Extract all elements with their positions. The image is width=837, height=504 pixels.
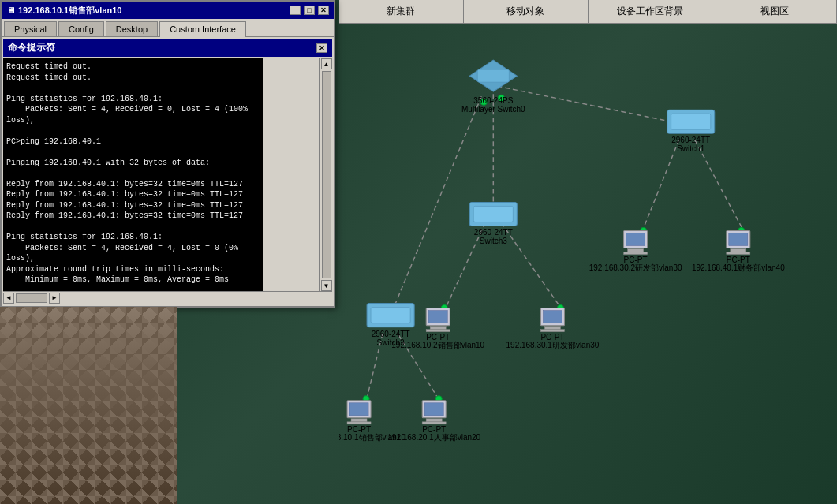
maximize-btn[interactable]: □ <box>304 6 315 15</box>
svg-text:Switch3: Switch3 <box>480 237 507 245</box>
tab-desktop[interactable]: Desktop <box>106 21 158 36</box>
svg-rect-68 <box>426 419 442 422</box>
window-title: 192.168.10.1销售部vlan10 <box>18 5 121 17</box>
close-btn[interactable]: ✕ <box>318 6 329 15</box>
node-pc-vlan20[interactable]: PC-PT 192.168.20.1人事部vlan20 <box>387 401 480 442</box>
svg-text:2960-24TT: 2960-24TT <box>671 136 710 144</box>
svg-text:192.168.30.1研发部vlan30: 192.168.30.1研发部vlan30 <box>506 341 599 349</box>
svg-rect-57 <box>540 330 564 332</box>
tab-custom-interface[interactable]: Custom Interface <box>159 21 246 37</box>
scroll-thumb[interactable] <box>322 71 331 278</box>
svg-rect-49 <box>428 311 447 323</box>
device-window: 🖥 192.168.10.1销售部vlan10 _ □ ✕ Physical C… <box>0 0 335 308</box>
node-pc-vlan40-finance[interactable]: PC-PT 192.168.40.1财务部vlan40 <box>692 230 785 271</box>
svg-rect-43 <box>729 233 748 245</box>
svg-rect-25 <box>671 114 711 129</box>
svg-text:192.168.20.1人事部vlan20: 192.168.20.1人事部vlan20 <box>387 433 480 442</box>
network-canvas[interactable]: 3560-24PS Multilayer Switch0 2960-24TT S… <box>339 0 837 504</box>
svg-text:2960-24TT: 2960-24TT <box>372 330 410 338</box>
svg-text:192.168.10.2销售部vlan10: 192.168.10.2销售部vlan10 <box>391 341 484 349</box>
svg-text:192.168.40.1财务部vlan40: 192.168.40.1财务部vlan40 <box>692 263 785 272</box>
terminal-close-btn[interactable]: ✕ <box>316 43 327 53</box>
terminal-title: 命令提示符 <box>8 41 55 54</box>
svg-rect-61 <box>349 403 368 416</box>
bg-image-content <box>0 307 177 504</box>
svg-rect-50 <box>430 327 446 330</box>
node-pc-vlan30-research2[interactable]: PC-PT 192.168.30.1研发部vlan30 <box>506 308 599 349</box>
tab-bar: Physical Config Desktop Custom Interface <box>2 19 334 37</box>
terminal-scrollbar: ▲ ▼ <box>319 58 332 291</box>
svg-rect-62 <box>351 419 367 422</box>
terminal-container: 命令提示符 ✕ Request timed out. Request timed… <box>2 37 334 305</box>
svg-rect-67 <box>424 403 443 416</box>
hscroll-right-btn[interactable]: ► <box>49 293 60 304</box>
svg-line-3 <box>644 140 679 228</box>
svg-text:Switch1: Switch1 <box>677 144 704 153</box>
scroll-down-btn[interactable]: ▼ <box>321 280 332 291</box>
terminal-hscrollbar: ◄ ► <box>3 291 332 304</box>
terminal-output: Request timed out. Request timed out. Pi… <box>6 62 248 291</box>
svg-text:Multilayer Switch0: Multilayer Switch0 <box>461 105 525 114</box>
svg-rect-51 <box>426 330 450 332</box>
hscroll-left-btn[interactable]: ◄ <box>3 293 14 304</box>
svg-line-0 <box>497 86 690 125</box>
svg-rect-33 <box>371 308 410 323</box>
node-pc-vlan30-research[interactable]: PC-PT 192.168.30.2研发部vlan30 <box>589 230 682 271</box>
node-switch3[interactable]: 2960-24TT Switch3 <box>469 202 517 245</box>
hscroll-thumb[interactable] <box>16 293 47 303</box>
svg-text:192.168.30.2研发部vlan30: 192.168.30.2研发部vlan30 <box>589 263 682 272</box>
svg-rect-63 <box>347 422 371 424</box>
node-switch1[interactable]: 2960-24TT Switch1 <box>667 110 715 153</box>
svg-rect-38 <box>628 248 644 252</box>
titlebar-controls: _ □ ✕ <box>290 6 329 15</box>
window-titlebar: 🖥 192.168.10.1销售部vlan10 _ □ ✕ <box>2 2 334 19</box>
svg-rect-37 <box>626 233 645 245</box>
svg-text:2960-24TT: 2960-24TT <box>474 228 513 237</box>
svg-rect-69 <box>422 422 446 424</box>
window-icon: 🖥 <box>6 6 15 15</box>
tab-config[interactable]: Config <box>58 21 104 36</box>
tab-physical[interactable]: Physical <box>4 21 57 36</box>
svg-rect-29 <box>473 206 513 222</box>
minimize-btn[interactable]: _ <box>290 6 301 15</box>
terminal-header: 命令提示符 ✕ <box>3 39 332 57</box>
svg-text:3560-24PS: 3560-24PS <box>473 96 513 105</box>
svg-line-2 <box>390 96 481 315</box>
svg-rect-55 <box>543 311 562 323</box>
svg-rect-44 <box>731 248 746 252</box>
scroll-up-btn[interactable]: ▲ <box>321 58 332 69</box>
background-image <box>0 307 177 504</box>
svg-rect-39 <box>624 252 648 255</box>
network-svg: 3560-24PS Multilayer Switch0 2960-24TT S… <box>339 0 837 504</box>
svg-rect-45 <box>727 252 750 255</box>
node-multilayer-switch[interactable]: 3560-24PS Multilayer Switch0 <box>461 60 525 114</box>
svg-rect-21 <box>477 69 509 82</box>
terminal-body[interactable]: Request timed out. Request timed out. Pi… <box>3 58 263 291</box>
svg-rect-56 <box>544 327 560 330</box>
